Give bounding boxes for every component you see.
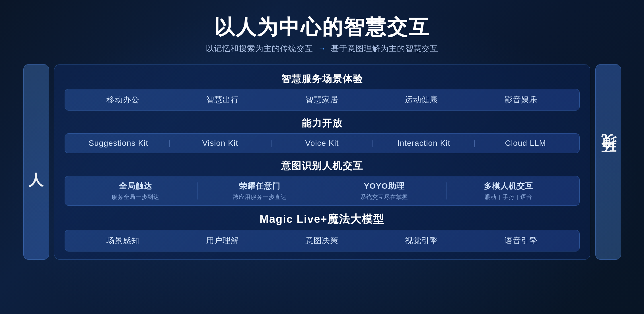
capability-item-2: Voice Kit xyxy=(277,139,367,148)
smart-service-section: 智慧服务场景体验 移动办公 智慧出行 智慧家居 运动健康 影音娱乐 xyxy=(65,72,580,111)
intent-cell-1: 荣耀任意门 跨应用服务一步直达 xyxy=(198,181,322,201)
left-side-label: 人 xyxy=(23,64,49,260)
smart-service-item-0: 移动办公 xyxy=(73,94,173,105)
capability-title: 能力开放 xyxy=(65,117,580,130)
intent-items-row: 全局触达 服务全局一步到达 荣耀任意门 跨应用服务一步直达 YOYO助理 系统交… xyxy=(65,176,580,206)
sep-1: ｜ xyxy=(266,139,277,148)
magic-live-items-row: 场景感知 用户理解 意图决策 视觉引擎 语音引擎 xyxy=(65,230,580,251)
intent-title: 意图识别人机交互 xyxy=(65,159,580,172)
sep-3: ｜ xyxy=(469,139,480,148)
smart-service-item-3: 运动健康 xyxy=(372,94,471,105)
magic-live-section: Magic Live+魔法大模型 场景感知 用户理解 意图决策 视觉引擎 语音引… xyxy=(65,212,580,251)
sub-title-right: 基于意图理解为主的智慧交互 xyxy=(331,44,438,53)
intent-cell-1-sub: 跨应用服务一步直达 xyxy=(233,193,287,201)
magic-live-item-4: 语音引擎 xyxy=(471,235,571,246)
intent-cell-3-sub: 眼动｜手势｜语音 xyxy=(485,193,532,201)
diagram-wrapper: 人 智慧服务场景体验 移动办公 智慧出行 智慧家居 运动健康 影音娱乐 能力开放… xyxy=(23,64,621,260)
capability-items-row: Suggestions Kit ｜ Vision Kit ｜ Voice Kit… xyxy=(65,133,580,153)
central-area: 智慧服务场景体验 移动办公 智慧出行 智慧家居 运动健康 影音娱乐 能力开放 S… xyxy=(54,64,590,260)
magic-live-item-1: 用户理解 xyxy=(173,235,272,246)
intent-section: 意图识别人机交互 全局触达 服务全局一步到达 荣耀任意门 跨应用服务一步直达 Y… xyxy=(65,159,580,206)
smart-service-title: 智慧服务场景体验 xyxy=(65,72,580,86)
magic-live-item-0: 场景感知 xyxy=(73,235,173,246)
intent-cell-1-title: 荣耀任意门 xyxy=(239,181,280,192)
arrow-icon: → xyxy=(318,44,326,53)
smart-service-item-1: 智慧出行 xyxy=(173,94,272,105)
smart-service-item-4: 影音娱乐 xyxy=(471,94,571,105)
intent-cell-0: 全局触达 服务全局一步到达 xyxy=(73,181,197,201)
magic-live-title: Magic Live+魔法大模型 xyxy=(65,212,580,226)
sep-0: ｜ xyxy=(164,139,175,148)
sep-2: ｜ xyxy=(367,139,378,148)
capability-section: 能力开放 Suggestions Kit ｜ Vision Kit ｜ Voic… xyxy=(65,117,580,153)
magic-live-item-2: 意图决策 xyxy=(272,235,372,246)
intent-cell-0-title: 全局触达 xyxy=(119,181,152,192)
intent-cell-0-sub: 服务全局一步到达 xyxy=(112,193,159,201)
capability-item-1: Vision Kit xyxy=(175,139,266,148)
intent-cell-3-title: 多模人机交互 xyxy=(484,181,533,192)
smart-service-item-2: 智慧家居 xyxy=(272,94,372,105)
page-header: 以人为中心的智慧交互 以记忆和搜索为主的传统交互 → 基于意图理解为主的智慧交互 xyxy=(206,0,438,54)
capability-item-3: Interaction Kit xyxy=(378,139,469,148)
sub-title-left: 以记忆和搜索为主的传统交互 xyxy=(206,44,313,53)
intent-cell-2-sub: 系统交互尽在掌握 xyxy=(360,193,408,201)
right-side-label: 环境 xyxy=(595,64,621,260)
intent-cell-3: 多模人机交互 眼动｜手势｜语音 xyxy=(447,181,571,201)
intent-cell-2-title: YOYO助理 xyxy=(364,181,405,192)
capability-item-4: Cloud LLM xyxy=(480,139,571,148)
main-title: 以人为中心的智慧交互 xyxy=(206,15,438,39)
magic-live-item-3: 视觉引擎 xyxy=(372,235,471,246)
capability-item-0: Suggestions Kit xyxy=(73,139,164,148)
sub-title: 以记忆和搜索为主的传统交互 → 基于意图理解为主的智慧交互 xyxy=(206,43,438,54)
intent-cell-2: YOYO助理 系统交互尽在掌握 xyxy=(322,181,446,201)
smart-service-items-row: 移动办公 智慧出行 智慧家居 运动健康 影音娱乐 xyxy=(65,89,580,111)
